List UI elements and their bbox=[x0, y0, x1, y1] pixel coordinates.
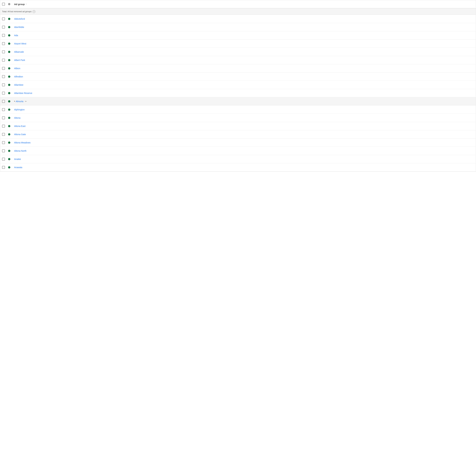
row-checkbox[interactable] bbox=[2, 75, 5, 78]
row-name-cell: Altona East bbox=[14, 125, 26, 127]
total-row: Total: All but removed ad groups ? bbox=[0, 8, 476, 15]
table-row[interactable]: Airport West bbox=[0, 40, 476, 48]
row-checkbox[interactable] bbox=[2, 84, 5, 86]
row-name-cell: Ada bbox=[14, 34, 18, 37]
row-name-cell: Altona bbox=[14, 117, 20, 119]
row-name-cell: Airport West bbox=[14, 42, 26, 45]
ad-group-name-link[interactable]: Altona Gate bbox=[14, 133, 26, 136]
row-checkbox[interactable] bbox=[2, 150, 5, 152]
table-row[interactable]: ▾Almurta✏ bbox=[0, 97, 476, 106]
ad-group-name-link[interactable]: Altona Meadows bbox=[14, 141, 31, 144]
table-row[interactable]: Altona Gate bbox=[0, 130, 476, 138]
ad-group-name-link[interactable]: Albion bbox=[14, 67, 20, 70]
row-name-cell: Albion bbox=[14, 67, 20, 70]
table-row[interactable]: Alfredton bbox=[0, 73, 476, 81]
status-dot bbox=[8, 67, 10, 69]
row-name-cell: Altona Meadows bbox=[14, 141, 31, 144]
row-checkbox[interactable] bbox=[2, 125, 5, 127]
ad-group-name-link[interactable]: Altona North bbox=[14, 150, 26, 152]
edit-icon[interactable]: ✏ bbox=[25, 100, 27, 103]
ad-group-name-link[interactable]: Aberfeldie bbox=[14, 26, 24, 28]
ad-group-name-link[interactable]: Anakie bbox=[14, 158, 21, 160]
status-dot bbox=[8, 26, 10, 28]
row-checkbox[interactable] bbox=[2, 17, 5, 20]
status-dot bbox=[8, 150, 10, 152]
status-dot bbox=[8, 117, 10, 119]
ad-group-name-link[interactable]: Altona bbox=[14, 117, 20, 119]
row-checkbox[interactable] bbox=[2, 67, 5, 70]
row-checkbox[interactable] bbox=[2, 42, 5, 45]
table-row[interactable]: Abbotsford bbox=[0, 15, 476, 23]
ad-group-name-link[interactable]: Alfredton bbox=[14, 75, 23, 78]
row-checkbox[interactable] bbox=[2, 26, 5, 29]
row-name-cell: Albanvale bbox=[14, 50, 24, 53]
column-title-text: Ad group bbox=[14, 3, 25, 6]
select-all-checkbox[interactable] bbox=[2, 3, 5, 6]
table-row[interactable]: Altona North bbox=[0, 147, 476, 155]
row-checkbox[interactable] bbox=[2, 158, 5, 160]
row-checkbox[interactable] bbox=[2, 117, 5, 119]
table-row[interactable]: Ada bbox=[0, 31, 476, 40]
row-name-cell: Altona Gate bbox=[14, 133, 26, 136]
row-name-cell: Anakie bbox=[14, 158, 21, 160]
row-name-cell: Alfredton bbox=[14, 75, 23, 78]
row-checkbox[interactable] bbox=[2, 34, 5, 37]
row-checkbox[interactable] bbox=[2, 92, 5, 94]
ad-group-name-link[interactable]: Almurta bbox=[16, 100, 23, 103]
row-checkbox[interactable] bbox=[2, 100, 5, 103]
ad-group-name-link[interactable]: Albanvale bbox=[14, 50, 24, 53]
ad-group-name-link[interactable]: Alphington bbox=[14, 108, 25, 111]
row-name-cell: Allambee bbox=[14, 84, 23, 86]
row-checkbox[interactable] bbox=[2, 50, 5, 53]
ad-group-name-link[interactable]: Altona East bbox=[14, 125, 26, 127]
ad-group-name-link[interactable]: Ada bbox=[14, 34, 18, 37]
row-name-cell: Alphington bbox=[14, 108, 25, 111]
row-name-cell: Almurta✏ bbox=[16, 100, 27, 103]
table-row[interactable]: Alphington bbox=[0, 106, 476, 114]
ad-group-name-link[interactable]: Abbotsford bbox=[14, 18, 25, 20]
table-row[interactable]: Albanvale bbox=[0, 48, 476, 56]
header-status-indicator bbox=[8, 3, 10, 5]
ad-group-name-link[interactable]: Arawata bbox=[14, 166, 22, 169]
ad-group-name-link[interactable]: Airport West bbox=[14, 42, 26, 45]
status-dot bbox=[8, 34, 10, 36]
status-dot bbox=[8, 142, 10, 144]
row-checkbox[interactable] bbox=[2, 59, 5, 62]
row-checkbox[interactable] bbox=[2, 108, 5, 111]
row-checkbox[interactable] bbox=[2, 166, 5, 169]
rows-container: AbbotsfordAberfeldieAdaAirport WestAlban… bbox=[0, 15, 476, 171]
status-dot bbox=[8, 100, 10, 102]
row-name-cell: Allambee Reserve bbox=[14, 92, 32, 94]
column-header-ad-group[interactable]: Ad group ↑ bbox=[14, 3, 27, 6]
sort-arrow-icon: ↑ bbox=[26, 3, 27, 5]
status-dot bbox=[8, 18, 10, 20]
status-dot bbox=[8, 125, 10, 127]
table-row[interactable]: Aberfeldie bbox=[0, 23, 476, 31]
status-dot bbox=[8, 92, 10, 94]
ad-group-name-link[interactable]: Albert Park bbox=[14, 59, 25, 61]
dropdown-arrow-icon[interactable]: ▾ bbox=[14, 100, 15, 102]
status-dot bbox=[8, 42, 10, 45]
table-row[interactable]: Altona East bbox=[0, 122, 476, 130]
status-dot bbox=[8, 75, 10, 78]
row-name-cell: Abbotsford bbox=[14, 18, 25, 20]
row-checkbox[interactable] bbox=[2, 133, 5, 136]
table-row[interactable]: Anakie bbox=[0, 155, 476, 163]
help-icon[interactable]: ? bbox=[33, 10, 35, 13]
ad-group-name-link[interactable]: Allambee bbox=[14, 84, 23, 86]
row-checkbox[interactable] bbox=[2, 141, 5, 144]
ad-group-name-link[interactable]: Allambee Reserve bbox=[14, 92, 32, 94]
row-name-cell: Aberfeldie bbox=[14, 26, 24, 28]
status-dot bbox=[8, 166, 10, 168]
ad-groups-table: Ad group ↑ Total: All but removed ad gro… bbox=[0, 0, 476, 172]
row-name-cell: Altona North bbox=[14, 150, 26, 152]
table-row[interactable]: Allambee Reserve bbox=[0, 89, 476, 97]
table-row[interactable]: Albert Park bbox=[0, 56, 476, 64]
table-row[interactable]: Allambee bbox=[0, 81, 476, 89]
table-row[interactable]: Albion bbox=[0, 64, 476, 73]
table-row[interactable]: Altona bbox=[0, 114, 476, 122]
table-row[interactable]: Altona Meadows bbox=[0, 138, 476, 147]
status-dot bbox=[8, 109, 10, 111]
status-dot bbox=[8, 51, 10, 53]
table-row[interactable]: Arawata bbox=[0, 163, 476, 171]
